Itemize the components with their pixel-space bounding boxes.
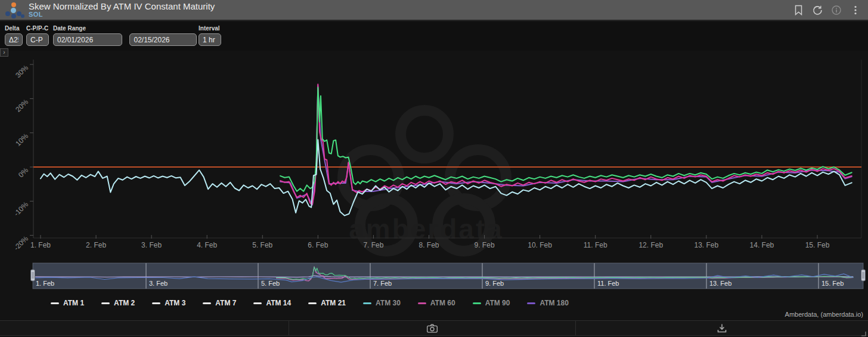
legend-item-atm-14[interactable]: ATM 14 — [253, 299, 291, 307]
legend-dash-icon — [308, 302, 317, 304]
svg-text:12. Feb: 12. Feb — [638, 241, 663, 249]
legend-dash-icon — [203, 302, 211, 304]
legend-label: ATM 1 — [63, 299, 84, 307]
legend-item-atm-90[interactable]: ATM 90 — [473, 299, 510, 307]
legend-label: ATM 2 — [114, 299, 135, 307]
legend-dash-icon — [527, 302, 535, 304]
legend-dash-icon — [253, 302, 262, 304]
svg-text:13. Feb: 13. Feb — [694, 241, 718, 249]
svg-text:8. Feb: 8. Feb — [418, 241, 439, 249]
svg-text:4. Feb: 4. Feb — [197, 241, 217, 249]
legend-item-atm-21[interactable]: ATM 21 — [308, 299, 346, 307]
svg-text:5. Feb: 5. Feb — [252, 241, 272, 249]
svg-text:1. Feb: 1. Feb — [36, 280, 54, 287]
svg-text:0%: 0% — [17, 166, 30, 179]
cp-pc-input[interactable] — [26, 33, 49, 46]
legend-item-atm-1[interactable]: ATM 1 — [51, 299, 84, 307]
cp-pc-label: C-P/P-C — [26, 25, 49, 32]
legend-item-atm-2[interactable]: ATM 2 — [101, 299, 135, 307]
info-icon[interactable] — [831, 5, 842, 16]
filter-bar: Delta C-P/P-C Date Range Interval — [0, 22, 868, 51]
skew-chart-app: amberdata30%20%10%0%-10%-20%1. Feb2. Feb… — [0, 0, 868, 337]
watermark-text: amberdata — [349, 214, 504, 245]
bottom-toolbar — [0, 320, 868, 336]
asset-label: SOL — [29, 11, 215, 18]
legend-item-atm-60[interactable]: ATM 60 — [418, 299, 455, 307]
watermark-logo: amberdata — [343, 110, 506, 251]
svg-text:-20%: -20% — [12, 234, 30, 252]
svg-text:3. Feb: 3. Feb — [141, 241, 162, 249]
legend-label: ATM 7 — [215, 299, 236, 307]
legend-dash-icon — [418, 302, 426, 304]
kebab-menu-icon[interactable] — [850, 5, 861, 16]
svg-text:15. Feb: 15. Feb — [805, 241, 830, 249]
svg-text:1. Feb: 1. Feb — [30, 241, 51, 249]
bookmark-icon[interactable] — [793, 5, 804, 16]
interval-input[interactable] — [199, 33, 221, 46]
legend-item-atm-7[interactable]: ATM 7 — [203, 299, 236, 307]
amberdata-logo-icon — [5, 1, 25, 19]
series-legend: ATM 1ATM 2ATM 3ATM 7ATM 14ATM 21ATM 30AT… — [51, 299, 569, 307]
resize-corner-handle[interactable] — [861, 328, 866, 333]
legend-label: ATM 14 — [266, 299, 291, 307]
svg-text:14. Feb: 14. Feb — [750, 241, 774, 249]
refresh-icon[interactable] — [812, 5, 823, 16]
legend-item-atm-180[interactable]: ATM 180 — [527, 299, 568, 307]
svg-text:13. Feb: 13. Feb — [709, 280, 731, 287]
svg-text:7. Feb: 7. Feb — [373, 280, 392, 287]
screenshot-camera-icon[interactable] — [426, 323, 438, 333]
svg-text:9. Feb: 9. Feb — [485, 280, 504, 287]
svg-text:10%: 10% — [14, 132, 30, 148]
svg-text:3. Feb: 3. Feb — [149, 280, 168, 287]
series-line-atm-60 — [280, 84, 852, 204]
svg-text:11. Feb: 11. Feb — [584, 241, 607, 249]
svg-text:11. Feb: 11. Feb — [597, 280, 619, 287]
legend-label: ATM 3 — [165, 299, 185, 307]
legend-dash-icon — [51, 302, 59, 304]
svg-text:15. Feb: 15. Feb — [822, 280, 844, 287]
interval-label: Interval — [199, 25, 221, 32]
delta-input[interactable] — [5, 33, 23, 46]
legend-label: ATM 21 — [321, 299, 346, 307]
legend-label: ATM 180 — [540, 299, 568, 307]
legend-dash-icon — [363, 302, 371, 304]
svg-text:5. Feb: 5. Feb — [261, 280, 280, 287]
panel-expander-chevron[interactable]: › — [0, 48, 8, 57]
range-navigator[interactable]: 1. Feb3. Feb5. Feb7. Feb9. Feb11. Feb13.… — [31, 263, 866, 289]
attribution-text: Amberdata, (amberdata.io) — [785, 311, 863, 318]
legend-item-atm-30[interactable]: ATM 30 — [363, 299, 401, 307]
download-icon[interactable] — [717, 323, 727, 333]
legend-dash-icon — [473, 302, 481, 304]
svg-text:10. Feb: 10. Feb — [528, 241, 552, 249]
svg-text:20%: 20% — [14, 97, 30, 113]
legend-label: ATM 90 — [485, 299, 510, 307]
legend-item-atm-3[interactable]: ATM 3 — [152, 299, 185, 307]
legend-label: ATM 60 — [430, 299, 455, 307]
page-title: Skew Normalized By ATM IV Constant Matur… — [29, 2, 215, 11]
legend-label: ATM 30 — [376, 299, 401, 307]
svg-text:9. Feb: 9. Feb — [475, 241, 495, 249]
svg-text:6. Feb: 6. Feb — [308, 241, 328, 249]
date-from-input[interactable] — [53, 33, 122, 46]
title-bar: Skew Normalized By ATM IV Constant Matur… — [0, 0, 868, 21]
svg-text:30%: 30% — [14, 63, 30, 79]
legend-dash-icon — [152, 302, 160, 304]
navigator-left-handle[interactable] — [31, 270, 35, 281]
svg-text:7. Feb: 7. Feb — [363, 241, 383, 249]
svg-text:-10%: -10% — [12, 200, 30, 218]
date-to-input[interactable] — [129, 33, 197, 46]
svg-text:2. Feb: 2. Feb — [86, 241, 106, 249]
date-range-label: Date Range — [53, 25, 197, 32]
delta-label: Delta — [5, 25, 23, 32]
legend-dash-icon — [101, 302, 110, 304]
navigator-right-handle[interactable] — [861, 270, 866, 281]
